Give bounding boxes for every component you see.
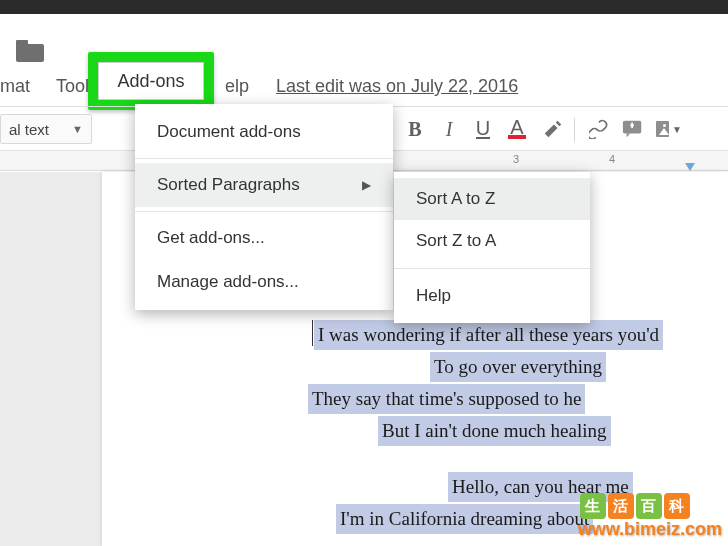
submenu-arrow-icon: ▶ (362, 178, 371, 192)
chevron-down-icon: ▼ (72, 123, 83, 135)
addons-highlight-box: Add-ons (88, 52, 214, 110)
bold-button[interactable]: B (402, 116, 428, 142)
paragraph-style-select[interactable]: al text ▼ (0, 114, 92, 144)
selected-text-line[interactable]: To go over everything (430, 352, 606, 382)
last-edit-link[interactable]: Last edit was on July 22, 2016 (276, 70, 518, 102)
text-color-glyph: A (510, 120, 523, 134)
italic-button[interactable]: I (436, 116, 462, 142)
addons-dropdown: Document add-ons Sorted Paragraphs ▶ Get… (135, 104, 393, 310)
watermark: 生 活 百 科 www.bimeiz.com (580, 493, 722, 540)
ruler-tick-label: 3 (513, 153, 519, 165)
menu-item-label: Help (416, 286, 451, 306)
selected-text-line[interactable]: I'm in California dreaming about (336, 504, 593, 534)
selected-text-line[interactable]: I was wondering if after all these years… (314, 320, 663, 350)
underline-glyph: U (476, 120, 490, 139)
selected-text-line[interactable]: They say that time's supposed to he (308, 384, 585, 414)
ruler-indent-marker[interactable] (685, 163, 695, 171)
toolbar-separator (574, 118, 575, 142)
menu-item-label: Sort Z to A (416, 231, 496, 251)
addons-menu-document-addons[interactable]: Document add-ons (135, 110, 393, 154)
menu-item-label: Sorted Paragraphs (157, 175, 300, 195)
watermark-char: 活 (608, 493, 634, 519)
text-color-button[interactable]: A (504, 116, 530, 142)
paragraph-style-label: al text (9, 121, 49, 138)
menu-help[interactable]: elp (225, 70, 249, 102)
menu-separator (135, 158, 393, 159)
text-color-bar (508, 135, 526, 139)
menu-item-label: Sort A to Z (416, 189, 495, 209)
watermark-char: 科 (664, 493, 690, 519)
cropped-top-bar (0, 0, 728, 14)
sorted-paragraphs-submenu: Sort A to Z Sort Z to A Help (394, 172, 590, 323)
submenu-help[interactable]: Help (394, 275, 590, 317)
menu-separator (135, 211, 393, 212)
image-icon (656, 121, 669, 137)
watermark-char: 生 (580, 493, 606, 519)
insert-link-button[interactable] (586, 116, 612, 142)
watermark-url: www.bimeiz.com (578, 519, 722, 540)
addons-menu-manage-addons[interactable]: Manage add-ons... (135, 260, 393, 304)
highlight-color-button[interactable] (540, 116, 566, 142)
underline-button[interactable]: U (470, 116, 496, 142)
folder-icon[interactable] (16, 40, 44, 62)
watermark-char: 百 (636, 493, 662, 519)
menu-addons[interactable]: Add-ons (98, 62, 204, 100)
addons-menu-sorted-paragraphs[interactable]: Sorted Paragraphs ▶ (135, 163, 393, 207)
menu-item-label: Get add-ons... (157, 228, 265, 248)
chevron-down-icon: ▼ (672, 124, 682, 135)
text-cursor (312, 320, 313, 346)
add-comment-button[interactable] (620, 116, 646, 142)
addons-menu-get-addons[interactable]: Get add-ons... (135, 216, 393, 260)
insert-image-button[interactable]: ▼ (656, 116, 682, 142)
selected-text-line[interactable]: But I ain't done much healing (378, 416, 611, 446)
submenu-sort-z-to-a[interactable]: Sort Z to A (394, 220, 590, 262)
menu-item-label: Document add-ons (157, 122, 301, 142)
svg-rect-2 (631, 123, 633, 128)
ruler-tick-label: 4 (609, 153, 615, 165)
submenu-sort-a-to-z[interactable]: Sort A to Z (394, 178, 590, 220)
menu-item-label: Manage add-ons... (157, 272, 299, 292)
menu-separator (394, 268, 590, 269)
menu-format[interactable]: mat (0, 70, 44, 102)
